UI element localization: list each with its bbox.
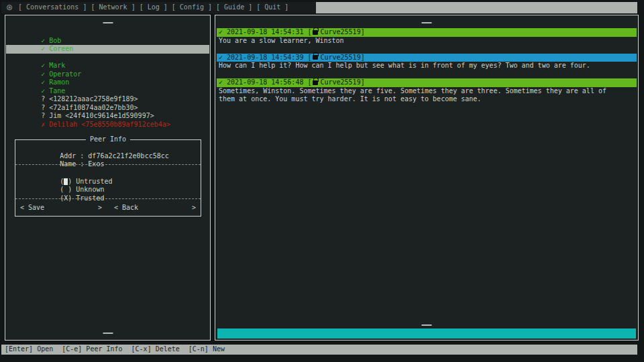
conversation-panel: ✓2021-09-18 14:54:31[Curve25519] You are… [215, 15, 639, 341]
shortcut-key: [C-e] [62, 345, 82, 354]
bracket: [ [307, 28, 311, 37]
button-close-bracket: > [98, 204, 102, 213]
message-input[interactable] [217, 328, 636, 339]
message-list: ✓2021-09-18 14:54:31[Curve25519] You are… [217, 28, 637, 112]
app-window: ⊛ [ Conversations ] [ Network ] [ Log ] … [0, 0, 644, 362]
unknown-question-icon: ? [41, 95, 49, 104]
peer-name: <128212aaac2758e9f189> [49, 95, 138, 103]
menu-item-log[interactable]: [ Log ] [140, 3, 168, 12]
button-open-bracket: < [114, 204, 118, 213]
menu-bar: ⊛ [ Conversations ] [ Network ] [ Log ] … [1, 2, 637, 13]
radio-label: Unknown [76, 186, 104, 193]
message-header: ✓2021-09-18 14:54:39[Curve25519] [217, 54, 637, 62]
paren: ) [68, 178, 72, 185]
shortcut-key: [C-n] [189, 345, 209, 354]
encryption-label: Curve25519 [320, 78, 360, 87]
menu-item-network[interactable]: [ Network ] [91, 3, 135, 12]
peer-info-title: Peer Info [86, 135, 130, 144]
menu-bar-items: ⊛ [ Conversations ] [ Network ] [ Log ] … [1, 2, 316, 13]
bracket: ] [361, 78, 365, 87]
radio-label: Trusted [76, 194, 104, 202]
scroll-indicator-bottom [422, 324, 432, 326]
encryption-label: Curve25519 [320, 28, 360, 37]
delivered-check-icon: ✓ [219, 78, 223, 87]
shortcut-key: [C-x] [131, 345, 152, 354]
menu-item-guide[interactable]: [ Guide ] [216, 3, 252, 12]
peer-name: Coreen [49, 45, 73, 52]
trusted-check-icon: ✓ [41, 87, 49, 96]
peer-name: Bob [49, 37, 61, 44]
peer-name: Mark [49, 62, 65, 69]
shortcut-label: Delete [156, 345, 180, 354]
name-value: Exos [88, 160, 104, 168]
app-logo-icon: ⊛ [6, 2, 13, 13]
addr-value: df76a2c21f2e0bcc58cc [88, 152, 168, 160]
shortcut-open: [Enter]Open [5, 345, 53, 354]
peer-addr-row: Addr :df76a2c21f2e0bcc58cc [15, 143, 201, 152]
delivered-check-icon: ✓ [219, 28, 223, 37]
trusted-check-icon: ✓ [41, 54, 49, 62]
trusted-check-icon: ✓ [41, 78, 49, 87]
blocked-cross-icon: ✗ [41, 121, 49, 129]
message-body: How can I help it? How can I help but se… [217, 62, 623, 70]
message-timestamp: 2021-09-18 14:56:48 [227, 78, 303, 87]
peer-name: Tane [49, 87, 65, 95]
trusted-check-icon: ✓ [41, 37, 49, 46]
peer-name: Jim <24f410c9614e1d590997> [49, 112, 154, 119]
addr-label: Addr : [60, 152, 84, 160]
button-open-bracket: < [20, 204, 24, 213]
peer-name: Ramon [49, 78, 69, 86]
shortcut-peer-info: [C-e]Peer Info [62, 345, 122, 354]
status-bar: [Enter]Open [C-e]Peer Info [C-x]Delete [… [1, 345, 637, 355]
menu-bar-spacer [316, 2, 637, 13]
message-timestamp: 2021-09-18 14:54:31 [227, 28, 303, 37]
scroll-indicator-top [103, 22, 113, 23]
peer-list-panel: ✓Bob ✓Coreen ✓Exos ✓Mark ✓Operator ✓Ramo… [5, 15, 211, 341]
paren: ) [68, 194, 72, 202]
peer-name: Delilah <75e8550b89af912ceb4a> [49, 121, 170, 128]
paren: ) [68, 186, 72, 193]
message-header: ✓2021-09-18 14:54:31[Curve25519] [217, 28, 637, 37]
encryption-label: Curve25519 [320, 54, 360, 62]
message: ✓2021-09-18 14:56:48[Curve25519] Sometim… [217, 78, 637, 104]
message-header: ✓2021-09-18 14:56:48[Curve25519] [217, 78, 637, 87]
bracket: ] [361, 54, 365, 62]
back-button[interactable]: < Back > [114, 204, 196, 213]
menu-item-quit[interactable]: [ Quit ] [256, 3, 288, 12]
shortcut-delete: [C-x]Delete [131, 345, 180, 354]
trusted-check-icon: ✓ [41, 62, 49, 70]
peer-list: ✓Bob ✓Coreen ✓Exos ✓Mark ✓Operator ✓Ramo… [6, 28, 209, 121]
peer-info-dialog: Peer Info Addr :df76a2c21f2e0bcc58cc Nam… [15, 139, 201, 217]
save-button-label: Save [28, 204, 44, 213]
bracket: [ [307, 54, 311, 62]
lock-icon [313, 30, 318, 35]
back-button-label: Back [122, 204, 138, 213]
bracket: [ [307, 78, 311, 87]
peer-row-bob[interactable]: ✓Bob [6, 28, 209, 37]
message: ✓2021-09-18 14:54:31[Curve25519] You are… [217, 28, 637, 45]
unknown-question-icon: ? [41, 104, 49, 113]
shortcut-label: Open [37, 345, 53, 354]
scroll-indicator-bottom [103, 333, 113, 334]
menu-item-conversations[interactable]: [ Conversations ] [18, 3, 87, 12]
message: ✓2021-09-18 14:54:39[Curve25519] How can… [217, 54, 637, 70]
bracket: ] [361, 28, 365, 37]
shortcut-key: [Enter] [5, 345, 33, 354]
button-close-bracket: > [192, 204, 196, 213]
message-timestamp: 2021-09-18 14:54:39 [227, 54, 303, 62]
save-button[interactable]: < Save > [20, 204, 102, 213]
message-body: You are a slow learner, Winston [217, 37, 623, 46]
trusted-check-icon: ✓ [41, 45, 49, 54]
shortcut-label: New [213, 345, 225, 354]
name-label: Name : [60, 160, 84, 168]
menu-item-config[interactable]: [ Config ] [172, 3, 212, 12]
shortcut-label: Peer Info [86, 345, 122, 354]
lock-icon [313, 80, 318, 85]
peer-name: Operator [49, 70, 81, 78]
unknown-question-icon: ? [41, 112, 49, 121]
message-body: Sometimes, Winston. Sometimes they are f… [217, 87, 623, 104]
trusted-check-icon: ✓ [41, 70, 49, 79]
peer-name: <72a1f10874aa02e7bb30> [49, 104, 138, 111]
scroll-indicator-top [422, 22, 432, 23]
radio-label: Untrusted [76, 178, 112, 185]
